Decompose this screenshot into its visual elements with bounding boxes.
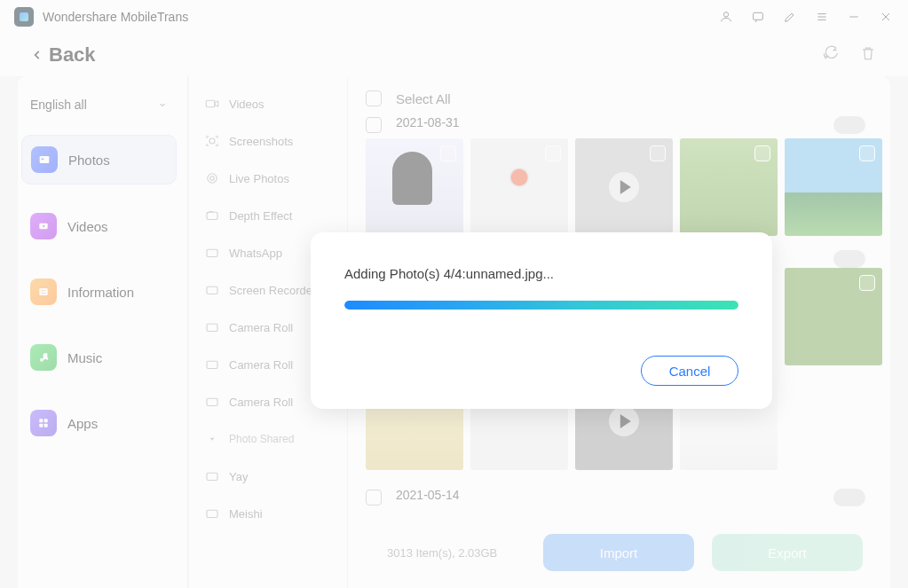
select-all-row: Select All <box>366 85 872 112</box>
svg-marker-23 <box>210 438 215 441</box>
app-logo <box>14 7 34 27</box>
svg-rect-11 <box>39 424 43 427</box>
photos-icon <box>31 146 58 173</box>
refresh-button[interactable] <box>822 44 840 66</box>
app-title: Wondershare MobileTrans <box>43 10 188 24</box>
thumbnail-checkbox[interactable] <box>440 145 456 161</box>
svg-rect-20 <box>207 324 217 331</box>
section-header-label: Photo Shared <box>229 433 294 445</box>
progress-modal: Adding Photo(s) 4/4:unnamed.jpg... Cance… <box>311 232 772 409</box>
thumbnail-checkbox[interactable] <box>650 145 666 161</box>
folder-icon <box>204 319 220 335</box>
language-dropdown[interactable]: English all <box>21 92 177 117</box>
video-folder-icon <box>204 96 220 112</box>
album-label: Screenshots <box>229 135 293 148</box>
count-badge <box>833 250 865 268</box>
select-all-checkbox[interactable] <box>366 90 382 106</box>
sidebar-item-label: Music <box>67 350 102 365</box>
select-all-label: Select All <box>396 91 451 106</box>
svg-rect-6 <box>39 288 47 295</box>
album-label: Screen Recorder <box>229 284 316 297</box>
photo-thumbnail[interactable] <box>366 138 463 236</box>
sidebar-item-information[interactable]: Information <box>21 268 177 316</box>
folder-icon <box>204 208 220 223</box>
thumbnail-checkbox[interactable] <box>545 145 561 161</box>
thumbnail-checkbox[interactable] <box>859 145 875 161</box>
sidebar-item-music[interactable]: Music <box>21 333 177 381</box>
import-button[interactable]: Import <box>543 534 694 571</box>
sidebar-item-photos[interactable]: Photos <box>21 135 177 184</box>
album-section-header[interactable]: Photo Shared <box>188 420 347 458</box>
photo-thumbnail[interactable] <box>785 138 882 236</box>
date-group-checkbox[interactable] <box>366 490 382 506</box>
folder-icon <box>204 245 220 261</box>
footer-bar: 3013 Item(s), 2.03GB Import Export <box>195 526 877 579</box>
svg-rect-1 <box>754 12 763 20</box>
progress-bar <box>344 301 738 310</box>
titlebar: Wondershare MobileTrans <box>0 0 908 34</box>
livephoto-icon <box>204 170 220 186</box>
date-group-header: 2021-05-14 <box>366 484 872 511</box>
videos-icon <box>30 213 57 239</box>
svg-rect-2 <box>40 156 50 163</box>
svg-rect-18 <box>207 249 217 256</box>
svg-point-7 <box>40 358 43 362</box>
count-badge <box>833 489 865 506</box>
thumbnail-checkbox[interactable] <box>754 145 770 161</box>
svg-rect-25 <box>207 510 217 517</box>
sidebar-item-videos[interactable]: Videos <box>21 202 177 250</box>
category-sidebar: English all Photos Videos Information Mu… <box>18 76 188 588</box>
folder-icon <box>204 506 220 521</box>
dropdown-label: English all <box>30 98 87 112</box>
video-thumbnail[interactable] <box>575 138 673 236</box>
album-label: Camera Roll <box>229 321 293 334</box>
sidebar-item-label: Videos <box>67 219 108 234</box>
svg-rect-24 <box>207 473 217 480</box>
cancel-button[interactable]: Cancel <box>641 356 738 386</box>
album-label: Camera Roll <box>229 396 293 409</box>
feedback-icon[interactable] <box>750 9 766 25</box>
sidebar-item-label: Information <box>67 285 134 300</box>
close-icon[interactable] <box>878 9 894 25</box>
progress-fill <box>344 301 738 310</box>
info-icon <box>30 278 57 305</box>
svg-point-14 <box>209 138 215 144</box>
svg-rect-12 <box>44 424 48 427</box>
album-item[interactable]: Videos <box>188 85 347 122</box>
photo-thumbnail[interactable] <box>470 138 568 236</box>
account-icon[interactable] <box>718 9 734 25</box>
svg-point-16 <box>208 174 217 184</box>
photo-thumbnail[interactable] <box>785 268 882 365</box>
album-item[interactable]: Screenshots <box>188 122 347 160</box>
svg-point-15 <box>210 176 215 181</box>
date-group-header: 2021-08-31 <box>366 112 872 138</box>
modal-message: Adding Photo(s) 4/4:unnamed.jpg... <box>344 266 738 281</box>
album-label: Meishi <box>229 507 263 521</box>
svg-point-8 <box>46 357 49 360</box>
folder-icon <box>204 282 220 298</box>
music-icon <box>30 344 57 371</box>
sidebar-item-apps[interactable]: Apps <box>21 399 177 447</box>
sidebar-item-label: Photos <box>68 153 110 168</box>
svg-rect-10 <box>44 419 48 422</box>
menu-icon[interactable] <box>814 9 830 25</box>
screenshot-icon <box>204 133 220 149</box>
album-item[interactable]: Depth Effect <box>188 197 347 234</box>
svg-rect-19 <box>207 286 217 294</box>
date-group-checkbox[interactable] <box>366 117 382 133</box>
svg-rect-21 <box>207 361 217 368</box>
delete-button[interactable] <box>859 44 877 66</box>
sidebar-item-label: Apps <box>67 416 98 431</box>
export-button[interactable]: Export <box>712 534 863 571</box>
date-label: 2021-05-14 <box>396 484 460 511</box>
photo-thumbnail[interactable] <box>680 138 778 236</box>
folder-icon <box>204 468 220 484</box>
album-item[interactable]: Yay <box>188 458 347 495</box>
album-item[interactable]: Live Photos <box>188 160 347 197</box>
thumbnail-checkbox[interactable] <box>859 275 875 291</box>
back-button[interactable]: Back <box>31 43 96 67</box>
minimize-icon[interactable] <box>846 9 862 25</box>
edit-icon[interactable] <box>782 9 798 25</box>
album-label: Live Photos <box>229 172 289 185</box>
caret-down-icon <box>204 431 220 447</box>
